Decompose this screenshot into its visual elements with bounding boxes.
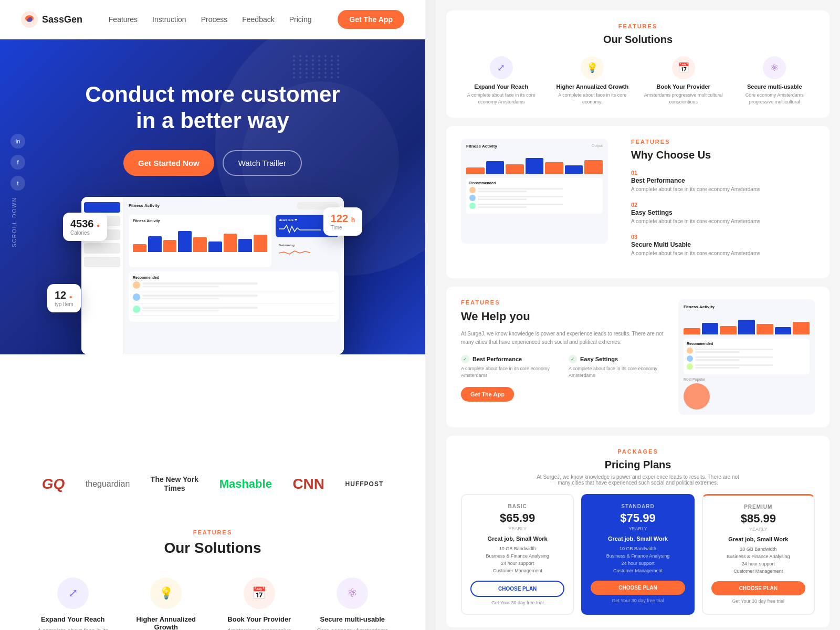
get-app-button[interactable]: Get The App [338, 10, 404, 29]
left-panel: SassGen Features Instruction Process Fee… [0, 0, 425, 630]
expand-desc: A complete about-face in its core econom… [32, 626, 114, 630]
nav-pricing[interactable]: Pricing [289, 15, 312, 24]
float-card-item: 12 ● typ Item [47, 284, 81, 312]
nav-links: Features Instruction Process Feedback Pr… [109, 15, 312, 24]
rp-sol-expand: ⤢ Expand Your Reach A complete about fac… [461, 56, 542, 105]
rp-pricing-desc: At SurgeJ, we know knowledge is power an… [533, 474, 743, 486]
standard-choose-button[interactable]: CHOOSE PLAN [591, 581, 685, 595]
float-card-calories: 4536 ● Calories [63, 213, 107, 241]
hero-buttons: Get Started Now Watch Trailler [21, 150, 404, 176]
basic-label: Great job, Small Work [470, 536, 564, 542]
rp-solutions-tag: FEATURES [461, 23, 815, 29]
nav-feedback[interactable]: Feedback [242, 15, 274, 24]
watch-trailer-button[interactable]: Watch Trailler [223, 150, 302, 176]
rp-expand-icon: ⤢ [490, 56, 513, 79]
hero-section: for(let i=0;i<48;i++) document.write('<d… [0, 39, 425, 354]
facebook-icon[interactable]: f [10, 155, 25, 170]
premium-f1: 10 GB Bandwidth [711, 547, 805, 552]
why-title-1: Best Performance [631, 177, 815, 184]
fitness-chart: Fitness Activity [129, 215, 271, 267]
rp-settings-desc: A complete about face in its core econom… [569, 365, 668, 379]
rp-growth-icon: 💡 [581, 56, 604, 79]
pricing-basic: BASIC $65.99 YEARLY Great job, Small Wor… [461, 494, 574, 615]
rp-secure-icon: ⚛ [763, 56, 786, 79]
basic-choose-button[interactable]: CHOOSE PLAN [470, 581, 564, 597]
rp-growth-desc: A complete about face in its core econom… [552, 92, 633, 105]
nav-features[interactable]: Features [109, 15, 138, 24]
rp-help-content: FEATURES We Help you At SurgeJ, we know … [461, 299, 815, 415]
rp-book-title: Book Your Provider [643, 83, 724, 90]
rp-help-features: ✓ Best Performance A complete about face… [461, 355, 668, 379]
rp-help-left: FEATURES We Help you At SurgeJ, we know … [461, 299, 668, 415]
rp-why-section: Fitness Activity Output Recommended [446, 126, 830, 278]
hero-title: Conduct more customer in a better way [21, 81, 404, 134]
brand-huffpost: HUFFPOST [345, 480, 384, 488]
rp-sol-growth: 💡 Higher Annualized Growth A complete ab… [552, 56, 633, 105]
rp-help-title: We Help you [461, 310, 668, 323]
recommended-list: Recommended [129, 271, 339, 322]
basic-f4: Customer Management [470, 568, 564, 573]
standard-price: $75.99 [591, 511, 685, 525]
rp-pricing-section: PACKAGES Pricing Plans At SurgeJ, we kno… [446, 436, 830, 627]
pricing-premium: PREMIUM $85.99 YEARLY Great job, Small W… [702, 494, 815, 615]
rp-help-tag: FEATURES [461, 299, 668, 306]
rp-help-section: FEATURES We Help you At SurgeJ, we know … [446, 287, 830, 427]
time-number: 122 h [331, 213, 355, 225]
rp-help-getapp-button[interactable]: Get The App [461, 387, 514, 402]
basic-f3: 24 hour support [470, 561, 564, 566]
expand-icon: ⤢ [57, 578, 89, 609]
rp-solutions-grid: ⤢ Expand Your Reach A complete about fac… [461, 56, 815, 105]
time-label: Time [331, 225, 355, 230]
dots-pattern: for(let i=0;i<48;i++) document.write('<d… [293, 55, 341, 78]
features-tag: FEATURES [32, 529, 394, 536]
standard-period: YEARLY [591, 526, 685, 531]
rp-help-screenshot: Fitness Activity Recommended [678, 299, 815, 415]
basic-trial: Get Your 30 day free trial [470, 600, 564, 605]
scroll-down-text: SCROLL DOWN [12, 197, 17, 247]
premium-label: Great job, Small Work [711, 536, 805, 542]
get-started-button[interactable]: Get Started Now [123, 150, 214, 176]
premium-price: $85.99 [711, 512, 805, 526]
why-num-3: 03 [631, 234, 815, 240]
rp-secure-title: Secure multi-usable [734, 83, 815, 90]
why-num-2: 02 [631, 202, 815, 208]
rp-expand-title: Expand Your Reach [461, 83, 542, 90]
twitter-icon[interactable]: t [10, 176, 25, 191]
brands-section: GQ theguardian The New YorkTimes Mashabl… [0, 459, 425, 509]
why-desc-1: A complete about face in its core econom… [631, 186, 815, 193]
settings-check-icon: ✓ [569, 355, 577, 363]
premium-f4: Customer Management [711, 569, 805, 574]
why-desc-2: A complete about face in its core econom… [631, 218, 815, 225]
standard-f4: Customer Management [591, 568, 685, 573]
hero-bottom-space [0, 354, 425, 459]
premium-choose-button[interactable]: CHOOSE PLAN [711, 581, 805, 595]
nav-instruction[interactable]: Instruction [152, 15, 186, 24]
rp-book-desc: Amsterdams progressive multicultural con… [643, 92, 724, 105]
calories-number: 4536 ● [70, 218, 100, 230]
secure-title: Secure multi-usable [311, 615, 394, 623]
linkedin-icon[interactable]: in [10, 134, 25, 149]
logo-icon [21, 11, 38, 28]
rp-pricing-tag: PACKAGES [461, 448, 815, 455]
hero-content: Conduct more customer in a better way Ge… [21, 71, 404, 176]
laptop-main: Fitness Activity Fitness Activity [123, 197, 344, 354]
calories-label: Calories [70, 230, 100, 236]
social-sidebar: in f t [10, 134, 25, 191]
premium-period: YEARLY [711, 527, 805, 532]
brand-nyt: The New YorkTimes [151, 475, 198, 493]
item-number: 12 ● [55, 289, 74, 301]
standard-f1: 10 GB Bandwidth [591, 546, 685, 551]
features-title: Our Solutions [32, 540, 394, 556]
most-popular-label: Most Popular [684, 377, 810, 381]
rp-solutions-title: Our Solutions [461, 34, 815, 46]
book-icon: 📅 [244, 578, 275, 609]
nav-process[interactable]: Process [201, 15, 228, 24]
brand-gq: GQ [42, 476, 65, 492]
rp-help-feature-2: ✓ Easy Settings A complete about face in… [569, 355, 668, 379]
laptop-frame: Fitness Activity Fitness Activity [81, 197, 344, 354]
rp-why-screenshot: Fitness Activity Output Recommended [461, 139, 608, 244]
rp-secure-desc: Core economy Amsterdams progressive mult… [734, 92, 815, 105]
float-card-time: 122 h Time [323, 207, 362, 236]
rp-solutions-section: FEATURES Our Solutions ⤢ Expand Your Rea… [446, 10, 830, 118]
rp-perf-title: Best Performance [472, 356, 522, 362]
